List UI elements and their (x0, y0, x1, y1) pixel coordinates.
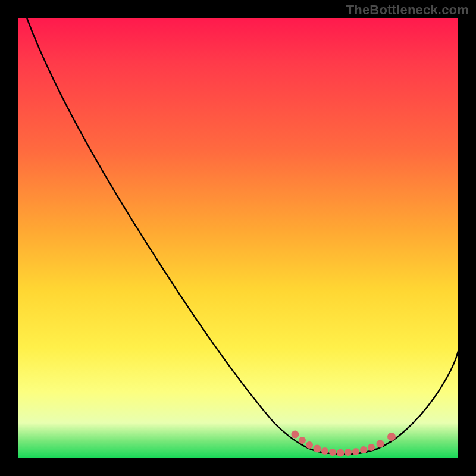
svg-point-5 (329, 449, 336, 456)
svg-point-11 (377, 440, 384, 448)
chart-svg (18, 18, 458, 458)
bottleneck-curve (27, 18, 458, 454)
plot-area (18, 18, 458, 458)
watermark-text: TheBottleneck.com (346, 2, 469, 18)
svg-point-10 (368, 444, 375, 451)
svg-point-2 (306, 441, 313, 449)
chart-frame: TheBottleneck.com (0, 0, 476, 476)
svg-point-0 (292, 431, 299, 439)
svg-point-1 (299, 437, 306, 444)
svg-point-7 (345, 449, 352, 456)
svg-point-8 (352, 448, 359, 455)
svg-point-3 (314, 445, 321, 453)
optimal-zone-dots (292, 431, 396, 457)
svg-point-9 (360, 446, 367, 453)
svg-point-6 (337, 449, 345, 457)
svg-point-12 (387, 433, 396, 441)
svg-point-4 (321, 447, 328, 455)
